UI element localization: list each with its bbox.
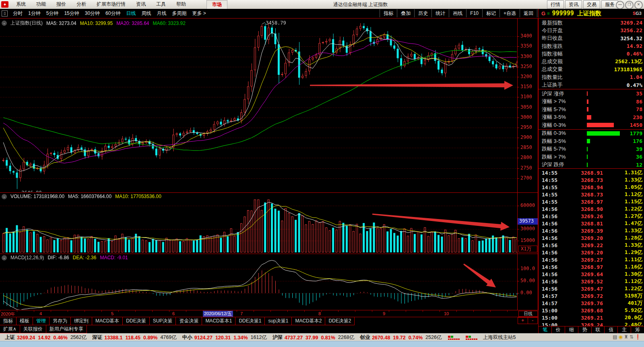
menu-item-功能[interactable]: 功能 [31, 0, 51, 9]
period-多周期[interactable]: 多周期 [169, 10, 189, 17]
menu-item-报价[interactable]: 报价 [51, 0, 71, 9]
quote-row: 最新指数3269.24 [539, 19, 644, 27]
tab-DDE决策2[interactable]: DDE决策2 [325, 317, 355, 325]
tool-button-叠加[interactable]: 叠加 [397, 9, 414, 17]
stat-label: 涨幅 0-3% [542, 122, 587, 129]
tab-DDE决策[interactable]: DDE决策 [122, 317, 149, 325]
main-chart-canvas[interactable] [0, 18, 538, 310]
indicator-value: MA5: 166037664.00 [68, 194, 111, 199]
tool-button-画线[interactable]: 画线 [449, 9, 466, 17]
x-axis-date-highlight: 2020/06/12/五 [203, 311, 233, 317]
kline-pane-header: ⌄ 上证指数(日线) MA5: 3273.04MA10: 3299.95MA20… [2, 20, 193, 27]
tab-sup决策1[interactable]: sup决策1 [264, 317, 292, 325]
hamburger-icon[interactable]: ≡ [547, 11, 549, 16]
status-index-上证[interactable]: 上证3269.2414.920.46%2562亿 [5, 334, 87, 341]
tick-price: 3268.94 [565, 184, 613, 190]
chevron-down-icon[interactable]: ⌄ [2, 194, 7, 199]
status-index-创业[interactable]: 创业2670.4819.720.74%2526亿 [360, 334, 442, 341]
tick-time: 14:56 [539, 279, 565, 285]
tool-button-历史[interactable]: 历史 [414, 9, 431, 17]
menu-item-资讯[interactable]: 资讯 [131, 0, 151, 9]
stat-bar [587, 99, 588, 104]
period-15分钟[interactable]: 15分钟 [61, 10, 82, 17]
chevron-down-icon[interactable]: ⌄ [2, 21, 7, 26]
tab-绑定到[interactable]: 绑定到 [70, 317, 92, 325]
tick-row: 14:563269.521.12亿 [539, 278, 644, 285]
period-周线[interactable]: 周线 [138, 10, 154, 17]
kline-ma-values: MA5: 3273.04MA10: 3299.95MA20: 3285.64MA… [46, 21, 189, 26]
period-分时[interactable]: 分时 [10, 10, 25, 17]
tray-icon[interactable]: ⇅ [630, 334, 635, 340]
menu-item-扩展市场行情[interactable]: 扩展市场行情 [91, 0, 131, 9]
period-5分钟[interactable]: 5分钟 [43, 10, 62, 17]
tab-另存为[interactable]: 另存为 [49, 317, 71, 325]
menu-item-工具[interactable]: 工具 [151, 0, 171, 9]
tab-MACD基本[interactable]: MACD基本 [92, 317, 123, 325]
panel-tab-笔[interactable]: 笔 [539, 326, 552, 334]
period-1分钟[interactable]: 1分钟 [25, 10, 43, 17]
tab-管理[interactable]: 管理 [33, 317, 50, 325]
tool-button-指标[interactable]: 指标 [380, 9, 397, 17]
menu-item-市场[interactable]: 市场 [206, 0, 227, 9]
panel-tab-筹[interactable]: 筹 [631, 326, 644, 334]
tick-time: 14:56 [539, 242, 565, 248]
close-button[interactable]: ✕ [634, 1, 643, 9]
titlebar-button-交易[interactable]: 交易 [583, 0, 600, 9]
menu-item-分析[interactable]: 分析 [71, 0, 91, 9]
restore-button[interactable]: ❐ [625, 1, 634, 9]
tick-row: 14:563269.471.22亿 [539, 285, 644, 292]
server-name[interactable]: 上海双线主站5 [483, 334, 516, 341]
tray-icon[interactable]: ◉ [619, 334, 624, 340]
period-box[interactable]: 日线 [518, 311, 538, 317]
panel-tab-主[interactable]: 主 [618, 326, 631, 334]
tab-SUP决策[interactable]: SUP决策 [149, 317, 176, 325]
tool-button-标记[interactable]: 标记 [482, 9, 500, 17]
panel-tab-价[interactable]: 价 [552, 326, 565, 334]
quote-value: 14.92 [627, 43, 642, 49]
layout-icon[interactable]: ▯ [2, 10, 8, 17]
minimize-button[interactable]: — [616, 1, 624, 9]
tab-资金决策[interactable]: 资金决策 [175, 317, 202, 325]
tool-button-统计[interactable]: 统计 [431, 9, 449, 17]
tick-row: 14:563268.901.22亿 [539, 205, 644, 213]
zoom-out-button[interactable]: - [528, 317, 538, 324]
menu-item-系统[interactable]: 系统 [11, 0, 31, 9]
tray-icon[interactable]: ♜ [624, 334, 630, 340]
tool-button-+自选[interactable]: +自选 [500, 9, 520, 17]
stat-value: 176 [633, 138, 642, 144]
tick-volume: 1.22亿 [613, 205, 644, 213]
tick-price: 3269.26 [565, 213, 613, 219]
panel-tab-联[interactable]: 联 [592, 326, 605, 334]
period-30分钟[interactable]: 30分钟 [82, 10, 103, 17]
tab-MACD基本1[interactable]: MACD基本1 [202, 317, 235, 325]
symbol-tag: SG3 [633, 11, 642, 16]
tick-price: 3269.22 [565, 242, 613, 248]
titlebar-button-行情[interactable]: 行情 [547, 0, 564, 9]
tab-MACD基本2[interactable]: MACD基本2 [291, 317, 325, 325]
tab-扩展∧[interactable]: 扩展∧ [0, 325, 20, 333]
titlebar-button-资讯[interactable]: 资讯 [565, 0, 582, 9]
panel-tab-值[interactable]: 值 [605, 326, 618, 334]
period-日线[interactable]: 日线 [123, 10, 138, 17]
tab-DDE决策1[interactable]: DDE决策1 [235, 317, 265, 325]
tick-price: 3269.20 [565, 250, 613, 256]
tab-指标[interactable]: 指标 [0, 317, 17, 325]
status-index-中小[interactable]: 中小9124.27120.311.34%1612亿 [182, 334, 268, 341]
status-index-深证[interactable]: 深证13388.1118.450.89%4769亿 [92, 334, 178, 341]
period-更多 >[interactable]: 更多 > [189, 10, 208, 17]
tab-关联报价[interactable]: 关联报价 [20, 325, 46, 333]
status-index-沪深[interactable]: 沪深4737.2737.990.81%2268亿 [272, 334, 355, 341]
panel-tab-势[interactable]: 势 [578, 326, 592, 334]
panel-tab-细[interactable]: 细 [565, 326, 578, 334]
period-60分钟[interactable]: 60分钟 [103, 10, 123, 17]
tab-模板[interactable]: 模板 [16, 317, 33, 325]
tray-icon[interactable]: ▤ [613, 334, 618, 340]
tab-新用户福利专享[interactable]: 新用户福利专享 [46, 325, 87, 333]
tray-icon[interactable]: ❗ [635, 334, 642, 340]
tool-button-F10[interactable]: F10 [466, 9, 482, 17]
period-月线[interactable]: 月线 [154, 10, 169, 17]
chevron-down-icon[interactable]: ⌄ [2, 255, 7, 260]
zoom-in-button[interactable]: + [518, 317, 528, 324]
tool-button-返回[interactable]: 返回 [520, 9, 537, 17]
menu-item-帮助[interactable]: 帮助 [171, 0, 191, 9]
